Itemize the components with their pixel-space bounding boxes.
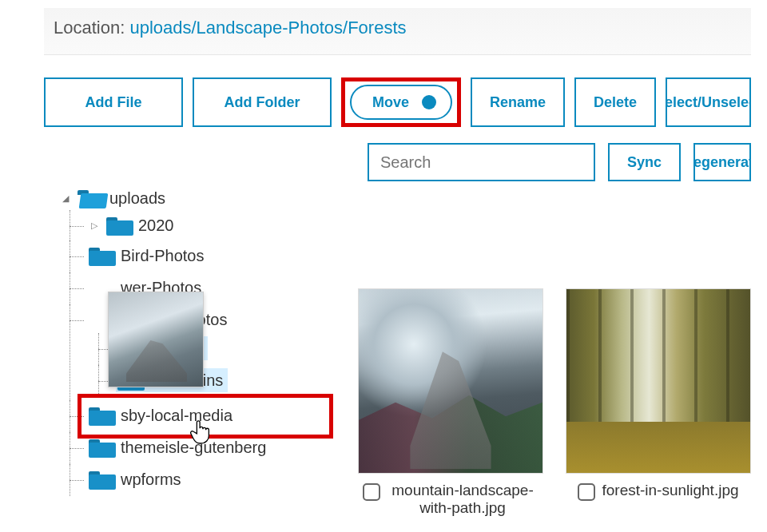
- folder-icon: [89, 469, 116, 490]
- folder-icon: [106, 215, 133, 236]
- location-label: Location:: [54, 18, 129, 38]
- file-checkbox[interactable]: [363, 483, 380, 501]
- location-path[interactable]: uploads/Landscape-Photos/Forests: [129, 18, 406, 38]
- tree-node-themeisle-gutenberg[interactable]: themeisle-gutenberg: [87, 435, 271, 459]
- search-input[interactable]: [368, 143, 595, 181]
- folder-tree: ◢ uploads ▷ 2020 Bird-Photos: [44, 178, 353, 517]
- tree-label: sby-local-media: [121, 407, 232, 425]
- tree-node-bird-photos[interactable]: Bird-Photos: [87, 244, 209, 268]
- add-file-button[interactable]: Add File: [44, 77, 183, 127]
- rename-button[interactable]: Rename: [471, 77, 565, 127]
- sync-button[interactable]: Sync: [608, 143, 681, 181]
- file-item[interactable]: forest-in-sunlight.jpg: [566, 288, 751, 517]
- file-thumbnail[interactable]: [358, 288, 543, 474]
- move-button-label: Move: [372, 94, 409, 111]
- tree-label: wpforms: [121, 470, 181, 489]
- file-thumbnail[interactable]: [566, 288, 751, 474]
- tree-label: Bird-Photos: [121, 247, 205, 265]
- regenerate-button[interactable]: Regenerate: [693, 143, 751, 181]
- sub-toolbar: Sync Regenerate: [368, 143, 751, 181]
- file-item[interactable]: mountain-landscape-with-path.jpg: [358, 288, 543, 517]
- collapse-icon[interactable]: ◢: [60, 193, 71, 204]
- move-button[interactable]: Move: [350, 85, 452, 120]
- dragging-thumbnail: [108, 292, 204, 387]
- radio-active-icon: [422, 95, 436, 109]
- tree-label: uploads: [109, 189, 165, 208]
- file-name: forest-in-sunlight.jpg: [602, 482, 738, 499]
- tree-node-wpforms[interactable]: wpforms: [87, 467, 186, 491]
- move-highlight-annotation: Move: [341, 77, 461, 127]
- location-bar: Location: uploads/Landscape-Photos/Fores…: [44, 8, 751, 55]
- file-name: mountain-landscape-with-path.jpg: [387, 482, 538, 517]
- folder-icon: [89, 245, 116, 266]
- file-checkbox[interactable]: [578, 483, 595, 501]
- tree-label: 2020: [138, 216, 174, 235]
- toolbar: Add File Add Folder Move Rename Delete S…: [44, 77, 751, 127]
- add-folder-button[interactable]: Add Folder: [193, 77, 332, 127]
- tree-node-2020[interactable]: ▷ 2020: [87, 213, 179, 237]
- file-gallery: mountain-landscape-with-path.jpg forest-…: [353, 178, 751, 517]
- tree-node-uploads[interactable]: ◢ uploads: [58, 186, 170, 210]
- pointer-cursor-icon: [189, 418, 213, 445]
- folder-icon: [89, 405, 116, 426]
- folder-icon: [89, 437, 116, 458]
- delete-button[interactable]: Delete: [574, 77, 656, 127]
- expand-icon[interactable]: ▷: [89, 220, 100, 231]
- tree-node-sby-local-media[interactable]: sby-local-media: [87, 403, 237, 427]
- select-unselect-button[interactable]: Select/Unselect: [666, 77, 751, 127]
- folder-open-icon: [77, 188, 105, 208]
